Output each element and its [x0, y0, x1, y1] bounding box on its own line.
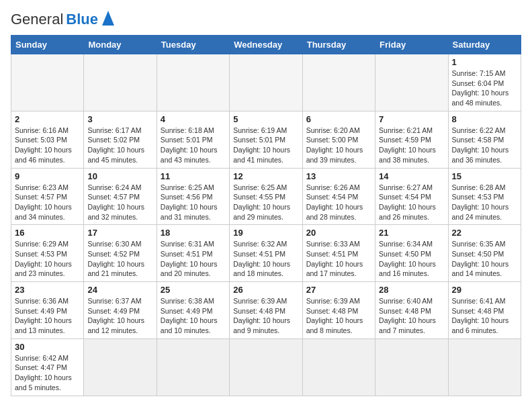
- day-info: Sunrise: 6:35 AM Sunset: 4:50 PM Dayligh…: [452, 239, 517, 279]
- day-info: Sunrise: 6:16 AM Sunset: 5:03 PM Dayligh…: [15, 126, 80, 165]
- day-number: 27: [306, 285, 371, 295]
- week-row-5: 23Sunrise: 6:36 AM Sunset: 4:49 PM Dayli…: [11, 282, 521, 339]
- day-info: Sunrise: 6:38 AM Sunset: 4:49 PM Dayligh…: [161, 296, 226, 336]
- calendar-cell: [230, 338, 302, 396]
- day-info: Sunrise: 6:40 AM Sunset: 4:48 PM Dayligh…: [379, 296, 444, 336]
- calendar-cell: 17Sunrise: 6:30 AM Sunset: 4:52 PM Dayli…: [84, 225, 157, 282]
- weekday-header-friday: Friday: [375, 36, 448, 54]
- calendar-cell: 3Sunrise: 6:17 AM Sunset: 5:02 PM Daylig…: [84, 111, 157, 168]
- day-number: 16: [15, 228, 80, 238]
- day-number: 22: [452, 228, 517, 238]
- day-number: 28: [379, 285, 444, 295]
- calendar-cell: [157, 338, 229, 396]
- weekday-header-monday: Monday: [84, 36, 157, 54]
- day-info: Sunrise: 6:26 AM Sunset: 4:54 PM Dayligh…: [306, 183, 371, 222]
- week-row-6: 30Sunrise: 6:42 AM Sunset: 4:47 PM Dayli…: [11, 338, 521, 396]
- calendar-cell: 25Sunrise: 6:38 AM Sunset: 4:49 PM Dayli…: [157, 282, 229, 339]
- day-number: 29: [452, 285, 517, 295]
- logo-triangle-icon: [102, 11, 114, 28]
- weekday-header-tuesday: Tuesday: [157, 36, 229, 54]
- calendar-cell: [84, 338, 157, 396]
- day-number: 10: [87, 171, 152, 181]
- day-info: Sunrise: 6:19 AM Sunset: 5:01 PM Dayligh…: [233, 126, 298, 165]
- week-row-1: 1Sunrise: 7:15 AM Sunset: 6:04 PM Daylig…: [11, 54, 521, 111]
- day-number: 8: [452, 114, 517, 124]
- calendar-cell: 16Sunrise: 6:29 AM Sunset: 4:53 PM Dayli…: [11, 225, 84, 282]
- day-info: Sunrise: 6:39 AM Sunset: 4:48 PM Dayligh…: [306, 296, 371, 336]
- weekday-header-row: SundayMondayTuesdayWednesdayThursdayFrid…: [11, 36, 521, 54]
- calendar-cell: [302, 54, 375, 111]
- day-info: Sunrise: 6:31 AM Sunset: 4:51 PM Dayligh…: [161, 239, 226, 279]
- day-number: 7: [379, 114, 444, 124]
- calendar-cell: 12Sunrise: 6:25 AM Sunset: 4:55 PM Dayli…: [230, 168, 302, 225]
- day-info: Sunrise: 6:32 AM Sunset: 4:51 PM Dayligh…: [233, 239, 298, 279]
- day-number: 18: [161, 228, 226, 238]
- calendar-cell: 26Sunrise: 6:39 AM Sunset: 4:48 PM Dayli…: [230, 282, 302, 339]
- day-info: Sunrise: 6:24 AM Sunset: 4:57 PM Dayligh…: [87, 183, 152, 222]
- day-info: Sunrise: 6:21 AM Sunset: 4:59 PM Dayligh…: [379, 126, 444, 165]
- day-number: 6: [306, 114, 371, 124]
- calendar-cell: 29Sunrise: 6:41 AM Sunset: 4:48 PM Dayli…: [448, 282, 521, 339]
- svg-marker-0: [102, 11, 114, 26]
- calendar-cell: 10Sunrise: 6:24 AM Sunset: 4:57 PM Dayli…: [84, 168, 157, 225]
- day-number: 20: [306, 228, 371, 238]
- calendar-cell: 1Sunrise: 7:15 AM Sunset: 6:04 PM Daylig…: [448, 54, 521, 111]
- calendar-cell: 18Sunrise: 6:31 AM Sunset: 4:51 PM Dayli…: [157, 225, 229, 282]
- week-row-2: 2Sunrise: 6:16 AM Sunset: 5:03 PM Daylig…: [11, 111, 521, 168]
- day-info: Sunrise: 6:25 AM Sunset: 4:55 PM Dayligh…: [233, 183, 298, 222]
- day-info: Sunrise: 6:39 AM Sunset: 4:48 PM Dayligh…: [233, 296, 298, 336]
- day-number: 13: [306, 171, 371, 181]
- week-row-4: 16Sunrise: 6:29 AM Sunset: 4:53 PM Dayli…: [11, 225, 521, 282]
- logo-blue: Blue: [66, 11, 98, 28]
- calendar-cell: 9Sunrise: 6:23 AM Sunset: 4:57 PM Daylig…: [11, 168, 84, 225]
- weekday-header-saturday: Saturday: [448, 36, 521, 54]
- calendar-cell: 4Sunrise: 6:18 AM Sunset: 5:01 PM Daylig…: [157, 111, 229, 168]
- calendar-cell: 19Sunrise: 6:32 AM Sunset: 4:51 PM Dayli…: [230, 225, 302, 282]
- day-number: 9: [15, 171, 80, 181]
- day-number: 24: [87, 285, 152, 295]
- day-info: Sunrise: 6:42 AM Sunset: 4:47 PM Dayligh…: [15, 353, 80, 393]
- day-number: 3: [87, 114, 152, 124]
- day-info: Sunrise: 6:23 AM Sunset: 4:57 PM Dayligh…: [15, 183, 80, 222]
- calendar-cell: 24Sunrise: 6:37 AM Sunset: 4:49 PM Dayli…: [84, 282, 157, 339]
- day-number: 19: [233, 228, 298, 238]
- calendar-cell: [448, 338, 521, 396]
- week-row-3: 9Sunrise: 6:23 AM Sunset: 4:57 PM Daylig…: [11, 168, 521, 225]
- day-info: Sunrise: 6:27 AM Sunset: 4:54 PM Dayligh…: [379, 183, 444, 222]
- calendar-cell: 28Sunrise: 6:40 AM Sunset: 4:48 PM Dayli…: [375, 282, 448, 339]
- day-info: Sunrise: 6:30 AM Sunset: 4:52 PM Dayligh…: [87, 239, 152, 279]
- day-number: 17: [87, 228, 152, 238]
- calendar-cell: 15Sunrise: 6:28 AM Sunset: 4:53 PM Dayli…: [448, 168, 521, 225]
- header: General Blue: [11, 11, 521, 28]
- calendar-cell: 6Sunrise: 6:20 AM Sunset: 5:00 PM Daylig…: [302, 111, 375, 168]
- day-info: Sunrise: 6:33 AM Sunset: 4:51 PM Dayligh…: [306, 239, 371, 279]
- calendar-cell: 5Sunrise: 6:19 AM Sunset: 5:01 PM Daylig…: [230, 111, 302, 168]
- calendar-cell: [302, 338, 375, 396]
- calendar-cell: [230, 54, 302, 111]
- calendar-cell: [375, 338, 448, 396]
- calendar-cell: 27Sunrise: 6:39 AM Sunset: 4:48 PM Dayli…: [302, 282, 375, 339]
- day-number: 21: [379, 228, 444, 238]
- logo: General Blue: [11, 11, 114, 28]
- logo-general: General: [11, 11, 63, 28]
- day-number: 15: [452, 171, 517, 181]
- day-info: Sunrise: 6:20 AM Sunset: 5:00 PM Dayligh…: [306, 126, 371, 165]
- day-info: Sunrise: 6:28 AM Sunset: 4:53 PM Dayligh…: [452, 183, 517, 222]
- day-number: 14: [379, 171, 444, 181]
- calendar-cell: 2Sunrise: 6:16 AM Sunset: 5:03 PM Daylig…: [11, 111, 84, 168]
- day-info: Sunrise: 6:22 AM Sunset: 4:58 PM Dayligh…: [452, 126, 517, 165]
- day-number: 4: [161, 114, 226, 124]
- day-info: Sunrise: 7:15 AM Sunset: 6:04 PM Dayligh…: [452, 68, 517, 108]
- calendar-cell: 21Sunrise: 6:34 AM Sunset: 4:50 PM Dayli…: [375, 225, 448, 282]
- calendar-cell: 11Sunrise: 6:25 AM Sunset: 4:56 PM Dayli…: [157, 168, 229, 225]
- day-info: Sunrise: 6:17 AM Sunset: 5:02 PM Dayligh…: [87, 126, 152, 165]
- day-number: 11: [161, 171, 226, 181]
- calendar-cell: 20Sunrise: 6:33 AM Sunset: 4:51 PM Dayli…: [302, 225, 375, 282]
- day-info: Sunrise: 6:29 AM Sunset: 4:53 PM Dayligh…: [15, 239, 80, 279]
- day-info: Sunrise: 6:41 AM Sunset: 4:48 PM Dayligh…: [452, 296, 517, 336]
- day-info: Sunrise: 6:37 AM Sunset: 4:49 PM Dayligh…: [87, 296, 152, 336]
- weekday-header-wednesday: Wednesday: [230, 36, 302, 54]
- day-number: 30: [15, 342, 80, 352]
- calendar-cell: [84, 54, 157, 111]
- calendar-cell: 30Sunrise: 6:42 AM Sunset: 4:47 PM Dayli…: [11, 338, 84, 396]
